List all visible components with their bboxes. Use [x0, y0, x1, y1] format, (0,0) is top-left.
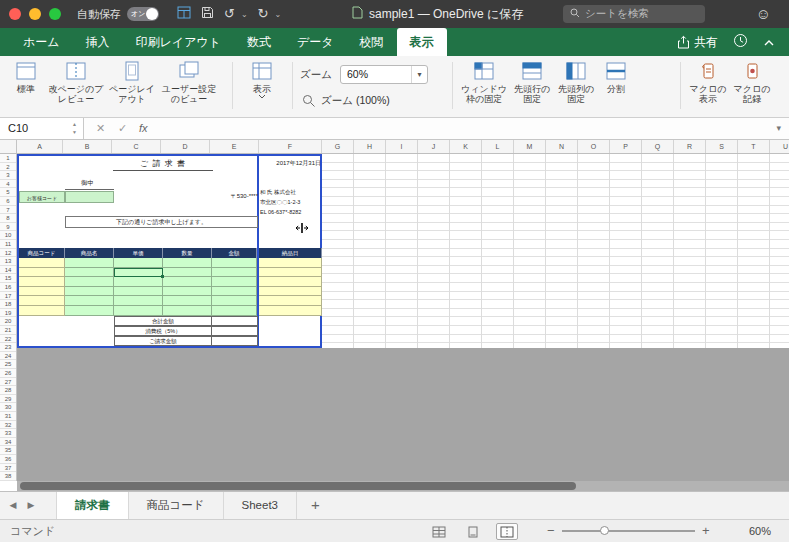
- zoom-slider-track[interactable]: [562, 530, 695, 532]
- row-header-6[interactable]: 6: [0, 197, 16, 206]
- tax-value-cell[interactable]: [212, 326, 258, 336]
- next-sheet-icon[interactable]: ▶: [22, 492, 40, 519]
- active-cell-C10[interactable]: [114, 268, 163, 278]
- zoom-slider-knob[interactable]: [600, 526, 609, 535]
- column-header-S[interactable]: S: [706, 140, 738, 153]
- column-header-J[interactable]: J: [418, 140, 450, 153]
- zoom-combobox[interactable]: 60% ▾: [340, 65, 428, 84]
- row-header-5[interactable]: 5: [0, 188, 16, 197]
- invoice-cell[interactable]: [19, 277, 65, 287]
- column-header-T[interactable]: T: [738, 140, 770, 153]
- row-header-29[interactable]: 29: [0, 395, 16, 404]
- row-header-33[interactable]: 33: [0, 429, 16, 438]
- sheet-search-input[interactable]: シートを検索: [563, 5, 705, 23]
- invoice-cell[interactable]: [163, 258, 212, 268]
- row-header-36[interactable]: 36: [0, 455, 16, 464]
- split-button[interactable]: 分割: [598, 56, 634, 116]
- row-header-15[interactable]: 15: [0, 274, 16, 283]
- row-header-20[interactable]: 20: [0, 317, 16, 326]
- view-macros-button[interactable]: マクロの表示: [686, 56, 730, 116]
- add-sheet-icon[interactable]: +: [311, 492, 320, 519]
- row-header-26[interactable]: 26: [0, 369, 16, 378]
- invoice-cell[interactable]: [19, 287, 65, 297]
- row-header-4[interactable]: 4: [0, 180, 16, 189]
- invoice-cell[interactable]: [163, 296, 212, 306]
- invoice-data-row[interactable]: [19, 287, 322, 297]
- maximize-button[interactable]: [49, 8, 61, 20]
- invoice-cell[interactable]: [212, 296, 257, 306]
- undo-dropdown-icon[interactable]: ⌄: [241, 10, 248, 19]
- sheet-tab-sheet3[interactable]: Sheet3: [224, 492, 297, 519]
- invoice-data-row[interactable]: [19, 258, 322, 268]
- invoice-cell[interactable]: [212, 258, 257, 268]
- column-header-Q[interactable]: Q: [642, 140, 674, 153]
- confirm-entry-icon[interactable]: ✓: [118, 118, 127, 139]
- column-header-K[interactable]: K: [450, 140, 482, 153]
- row-header-13[interactable]: 13: [0, 257, 16, 266]
- invoice-cell[interactable]: [19, 268, 65, 278]
- invoice-data-row[interactable]: [19, 277, 322, 287]
- invoice-cell[interactable]: [212, 287, 257, 297]
- collapse-ribbon-icon[interactable]: [763, 33, 775, 51]
- row-header-23[interactable]: 23: [0, 343, 16, 352]
- row-header-18[interactable]: 18: [0, 300, 16, 309]
- column-header-U[interactable]: U: [770, 140, 789, 153]
- column-header-D[interactable]: D: [161, 140, 210, 153]
- invoice-cell[interactable]: [19, 296, 65, 306]
- tab-formulas[interactable]: 数式: [234, 28, 284, 56]
- column-header-N[interactable]: N: [546, 140, 578, 153]
- column-header-I[interactable]: I: [386, 140, 418, 153]
- row-header-2[interactable]: 2: [0, 163, 16, 172]
- invoice-cell[interactable]: [212, 306, 257, 316]
- name-box[interactable]: C10 ▲▼: [0, 118, 84, 139]
- column-header-O[interactable]: O: [578, 140, 610, 153]
- row-header-12[interactable]: 12: [0, 249, 16, 258]
- invoice-cell[interactable]: [65, 268, 114, 278]
- invoice-cell[interactable]: [163, 306, 212, 316]
- invoice-cell[interactable]: [114, 287, 163, 297]
- grid-cells[interactable]: [322, 154, 789, 348]
- column-header-B[interactable]: B: [63, 140, 112, 153]
- row-header-7[interactable]: 7: [0, 206, 16, 215]
- invoice-cell[interactable]: [19, 258, 65, 268]
- invoice-cell[interactable]: [259, 296, 322, 306]
- row-header-38[interactable]: 38: [0, 472, 16, 481]
- invoice-cell[interactable]: [163, 268, 212, 278]
- invoice-data-row[interactable]: [19, 268, 322, 278]
- row-header-9[interactable]: 9: [0, 223, 16, 232]
- minimize-button[interactable]: [29, 8, 41, 20]
- invoice-cell[interactable]: [65, 277, 114, 287]
- row-header-1[interactable]: 1: [0, 154, 16, 163]
- status-zoom-level[interactable]: 60%: [749, 520, 771, 542]
- column-header-R[interactable]: R: [674, 140, 706, 153]
- invoice-cell[interactable]: [114, 258, 163, 268]
- row-header-21[interactable]: 21: [0, 326, 16, 335]
- column-header-C[interactable]: C: [112, 140, 161, 153]
- invoice-cell[interactable]: [65, 258, 114, 268]
- column-header-G[interactable]: G: [322, 140, 354, 153]
- feedback-smiley-icon[interactable]: ☺: [756, 0, 771, 28]
- invoice-cell[interactable]: [114, 306, 163, 316]
- row-header-34[interactable]: 34: [0, 438, 16, 447]
- prev-sheet-icon[interactable]: ◀: [4, 492, 22, 519]
- invoice-cell[interactable]: [212, 277, 257, 287]
- zoom-out-icon[interactable]: −: [547, 520, 555, 542]
- invoice-cell[interactable]: [259, 287, 322, 297]
- column-header-H[interactable]: H: [354, 140, 386, 153]
- invoice-cell[interactable]: [65, 296, 114, 306]
- freeze-first-column-button[interactable]: 先頭列の固定: [554, 56, 598, 116]
- formula-input[interactable]: [160, 119, 761, 138]
- invoice-cell[interactable]: [259, 268, 322, 278]
- row-header-32[interactable]: 32: [0, 421, 16, 430]
- row-header-11[interactable]: 11: [0, 240, 16, 249]
- invoice-data-row[interactable]: [19, 296, 322, 306]
- invoice-cell[interactable]: [114, 296, 163, 306]
- normal-view-button[interactable]: 標準: [6, 56, 46, 116]
- invoice-cell[interactable]: [114, 277, 163, 287]
- customer-code-cell[interactable]: [65, 191, 114, 203]
- row-header-10[interactable]: 10: [0, 231, 16, 240]
- share-button[interactable]: 共有: [677, 34, 718, 51]
- row-header-16[interactable]: 16: [0, 283, 16, 292]
- invoice-cell[interactable]: [259, 277, 322, 287]
- invoice-cell[interactable]: [163, 287, 212, 297]
